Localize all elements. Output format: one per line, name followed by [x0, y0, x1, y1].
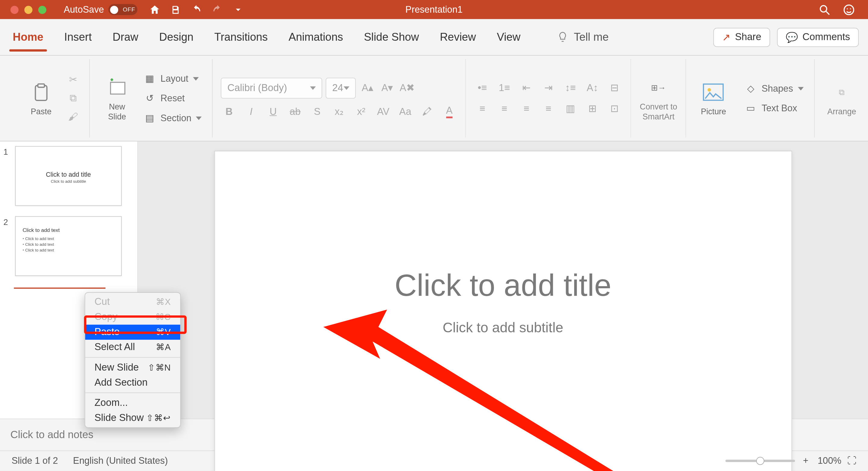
search-icon[interactable]: [818, 3, 831, 16]
decrease-font-icon[interactable]: A▾: [379, 80, 396, 95]
ctx-add-section[interactable]: Add Section: [85, 375, 180, 390]
zoom-percent[interactable]: 100%: [818, 455, 841, 466]
tell-me-label: Tell me: [574, 31, 609, 43]
subtitle-placeholder[interactable]: Click to add subtitle: [215, 319, 791, 335]
align-left-icon[interactable]: ≡: [474, 101, 490, 116]
share-label: Share: [735, 31, 761, 43]
ctx-slide-show[interactable]: Slide Show⇧⌘↩: [85, 410, 180, 425]
font-color-icon[interactable]: A: [441, 104, 458, 119]
tab-transitions[interactable]: Transitions: [212, 31, 270, 43]
share-button[interactable]: ↗Share: [714, 27, 770, 47]
tab-home[interactable]: Home: [10, 31, 46, 43]
justify-icon[interactable]: ≡: [540, 101, 557, 116]
group-slides: NewSlide ▦Layout ↺Reset ▤Section: [90, 59, 213, 138]
maximize-window-button[interactable]: [38, 5, 46, 13]
change-case-icon[interactable]: Aa: [397, 104, 413, 119]
tab-insert[interactable]: Insert: [62, 31, 94, 43]
fit-to-window-button[interactable]: ⛶: [847, 455, 857, 466]
font-size-select[interactable]: 24: [326, 78, 356, 98]
title-placeholder[interactable]: Click to add title: [215, 267, 791, 302]
close-window-button[interactable]: [10, 5, 19, 13]
comments-button[interactable]: 💬Comments: [777, 27, 859, 47]
paste-button[interactable]: Paste: [22, 80, 60, 116]
strikethrough-icon[interactable]: ab: [287, 104, 303, 119]
slide[interactable]: Click to add title Click to add subtitle: [214, 151, 792, 471]
underline-icon[interactable]: U: [265, 104, 281, 119]
increase-font-icon[interactable]: A▴: [360, 80, 376, 95]
bold-icon[interactable]: B: [221, 104, 237, 119]
slide-counter[interactable]: Slide 1 of 2: [11, 455, 58, 466]
bullets-icon[interactable]: •≡: [474, 80, 490, 95]
ctx-zoom[interactable]: Zoom...: [85, 395, 180, 410]
reset-button[interactable]: ↺Reset: [141, 90, 204, 107]
ctx-cut[interactable]: Cut⌘X: [85, 295, 180, 310]
autosave-toggle[interactable]: AutoSave OFF: [64, 4, 137, 15]
arrange-label: Arrange: [827, 107, 856, 116]
picture-button[interactable]: Picture: [694, 80, 733, 116]
language-status[interactable]: English (United States): [73, 455, 168, 466]
italic-icon[interactable]: I: [243, 104, 259, 119]
reset-icon: ↺: [143, 92, 156, 105]
zoom-in-button[interactable]: +: [803, 455, 808, 466]
decrease-indent-icon[interactable]: ⇤: [518, 80, 535, 95]
tab-animations[interactable]: Animations: [286, 31, 345, 43]
ctx-new-slide[interactable]: New Slide⇧⌘N: [85, 360, 180, 375]
ctx-copy[interactable]: Copy⌘C: [85, 310, 180, 325]
subscript-icon[interactable]: x₂: [331, 104, 347, 119]
align-text-icon[interactable]: ⊟: [607, 80, 623, 95]
thumbnail-number: 1: [4, 146, 12, 206]
font-name-select[interactable]: Calibri (Body): [221, 78, 322, 98]
line-spacing-icon[interactable]: ↕≡: [562, 80, 579, 95]
home-icon[interactable]: [149, 3, 161, 16]
align-objects-icon[interactable]: ⊡: [607, 101, 623, 116]
clear-format-icon[interactable]: A✖: [399, 80, 415, 95]
cut-icon[interactable]: ✂: [65, 72, 81, 87]
insertion-cursor: [14, 288, 105, 289]
columns-icon[interactable]: ▥: [562, 101, 579, 116]
redo-icon[interactable]: [211, 3, 224, 16]
format-painter-icon[interactable]: 🖌: [65, 109, 81, 124]
zoom-slider[interactable]: [725, 460, 795, 462]
new-slide-button[interactable]: NewSlide: [98, 76, 136, 121]
thumbnail-slide-1[interactable]: Click to add title Click to add subtitle: [15, 146, 122, 206]
tell-me-search[interactable]: Tell me: [556, 31, 609, 43]
shapes-button[interactable]: ◇Shapes: [742, 80, 806, 96]
numbering-icon[interactable]: 1≡: [496, 80, 513, 95]
tab-view[interactable]: View: [495, 31, 523, 43]
undo-icon[interactable]: [190, 3, 203, 16]
superscript-icon[interactable]: x²: [353, 104, 370, 119]
tab-review[interactable]: Review: [438, 31, 478, 43]
list-level-icon[interactable]: ⊞: [584, 101, 601, 116]
arrange-button[interactable]: ⧉ Arrange: [823, 80, 861, 116]
thumbnail-row[interactable]: 1 Click to add title Click to add subtit…: [4, 146, 132, 206]
ctx-select-all[interactable]: Select All⌘A: [85, 340, 180, 355]
thumbnail-slide-2[interactable]: Click to add text Click to add text Clic…: [15, 216, 122, 276]
copy-icon[interactable]: ⧉: [65, 91, 81, 106]
slide-canvas-area[interactable]: Click to add title Click to add subtitle: [138, 141, 868, 418]
tab-draw[interactable]: Draw: [110, 31, 141, 43]
minimize-window-button[interactable]: [24, 5, 33, 13]
slide-thumbnails-panel[interactable]: 1 Click to add title Click to add subtit…: [0, 141, 138, 418]
layout-button[interactable]: ▦Layout: [141, 70, 204, 87]
thumbnail-row[interactable]: 2 Click to add text Click to add text Cl…: [4, 216, 132, 276]
align-right-icon[interactable]: ≡: [518, 101, 535, 116]
comments-label: Comments: [802, 31, 850, 43]
ctx-paste[interactable]: Paste⌘V: [85, 325, 180, 340]
thumbnail-bullet: Click to add text: [23, 236, 54, 240]
text-direction-icon[interactable]: A↕: [584, 80, 601, 95]
qat-customize-icon[interactable]: [232, 3, 245, 16]
tab-slideshow[interactable]: Slide Show: [362, 31, 421, 43]
shadow-icon[interactable]: S: [309, 104, 325, 119]
save-icon[interactable]: [169, 3, 182, 16]
quick-styles-button[interactable]: ✎ QuickStyles: [866, 76, 868, 121]
textbox-button[interactable]: ▭Text Box: [742, 100, 806, 116]
svg-rect-7: [38, 84, 44, 87]
char-spacing-icon[interactable]: AV: [375, 104, 392, 119]
smiley-feedback-icon[interactable]: [842, 3, 855, 16]
tab-design[interactable]: Design: [157, 31, 195, 43]
align-center-icon[interactable]: ≡: [496, 101, 513, 116]
section-button[interactable]: ▤Section: [141, 110, 204, 126]
highlight-icon[interactable]: 🖍: [419, 104, 435, 119]
increase-indent-icon[interactable]: ⇥: [540, 80, 557, 95]
convert-smartart-button[interactable]: ⊞→ Convert toSmartArt: [639, 76, 678, 121]
